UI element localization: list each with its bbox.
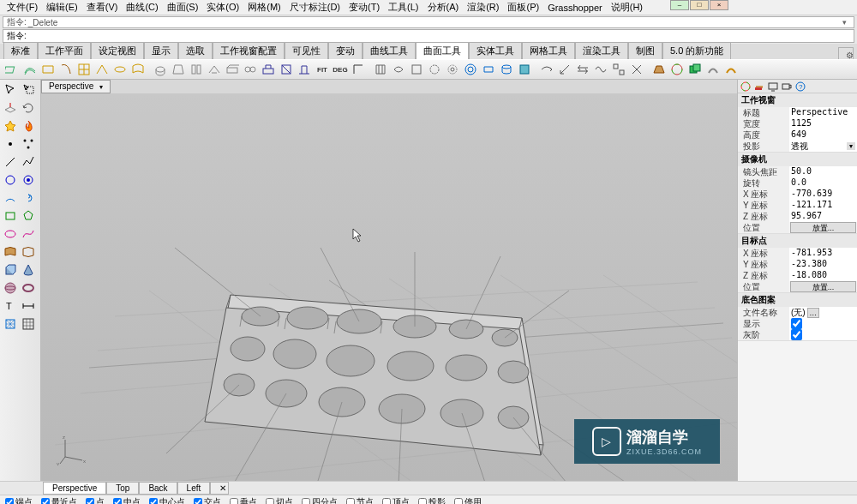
tool-cone-icon[interactable] (20, 261, 37, 279)
menu-render[interactable]: 渲染(R) (464, 0, 502, 15)
tool-lasso-icon[interactable] (20, 81, 37, 99)
snap-perp[interactable]: 垂点 (230, 496, 257, 505)
prop-height-value[interactable]: 649 (789, 129, 857, 141)
prop-tarpos-button[interactable]: 放置... (790, 281, 856, 292)
tool-select-icon[interactable] (2, 81, 19, 99)
srf-tool-6[interactable] (93, 61, 111, 78)
viewtab-back[interactable]: Back (139, 482, 177, 495)
viewtab-left[interactable]: Left (177, 482, 211, 495)
prop-show-checkbox[interactable] (789, 318, 857, 329)
srf-tool-13[interactable] (224, 61, 241, 78)
prop-tary-value[interactable]: -23.380 (789, 259, 857, 270)
tab-surfacetools[interactable]: 曲面工具 (416, 42, 469, 59)
tool-torus-icon[interactable] (20, 279, 37, 297)
tool-polygon-icon[interactable] (20, 207, 37, 225)
tab-viewport[interactable]: 工作视窗配置 (213, 42, 285, 59)
srf-tool-10[interactable] (170, 61, 187, 78)
tab-cplane[interactable]: 工作平面 (38, 42, 91, 59)
tab-solidtools[interactable]: 实体工具 (469, 42, 522, 59)
tab-newin5[interactable]: 5.0 的新功能 (662, 42, 731, 59)
srf-tool-3[interactable] (39, 61, 57, 78)
snap-disable[interactable]: 停用 (454, 496, 482, 505)
menu-dimension[interactable]: 尺寸标注(D) (286, 0, 344, 15)
tab-transform[interactable]: 变动 (328, 42, 363, 59)
tab-curvetools[interactable]: 曲线工具 (363, 42, 416, 59)
srf-tool-1[interactable] (3, 61, 21, 78)
tool-rect-icon[interactable] (2, 207, 19, 225)
srf-tool-27[interactable] (516, 61, 533, 78)
prop-gray-checkbox[interactable] (789, 329, 857, 340)
snap-endpoint[interactable]: 端点 (5, 496, 33, 505)
snap-int[interactable]: 交点 (194, 496, 221, 505)
srf-tool-16[interactable] (278, 61, 295, 78)
srf-tool-12[interactable] (206, 61, 223, 78)
viewport-perspective[interactable]: x y z ▷ 溜溜自学 ZIXUE.3D66.COM (41, 93, 737, 481)
srf-tool-14[interactable] (242, 61, 259, 78)
tool-text-icon[interactable]: T (2, 297, 19, 315)
menu-curve[interactable]: 曲线(C) (123, 0, 161, 15)
menu-grasshopper[interactable]: Grasshopper (544, 2, 606, 14)
tab-display[interactable]: 显示 (144, 42, 178, 59)
snap-quad[interactable]: 四分点 (302, 496, 338, 505)
menu-solid[interactable]: 实体(O) (203, 0, 243, 15)
tab-setview[interactable]: 设定视图 (91, 42, 144, 59)
srf-tool-2[interactable] (21, 61, 39, 78)
snap-project[interactable]: 投影 (418, 496, 446, 505)
tool-points-icon[interactable] (20, 135, 37, 153)
tool-ellipse-icon[interactable] (2, 225, 19, 243)
menu-mesh[interactable]: 网格(M) (244, 0, 285, 15)
srf-tool-33[interactable] (628, 61, 645, 78)
menu-surface[interactable]: 曲面(S) (164, 0, 202, 15)
menu-help[interactable]: 说明(H) (608, 0, 646, 15)
snap-point[interactable]: 点 (86, 496, 105, 505)
panel-icon-display[interactable] (767, 81, 779, 93)
tool-srf2-icon[interactable] (20, 243, 37, 261)
tool-arc-icon[interactable] (2, 189, 19, 207)
srf-tool-24[interactable] (462, 61, 479, 78)
tab-meshtools[interactable]: 网格工具 (522, 42, 575, 59)
prop-camx-value[interactable]: -770.639 (789, 189, 857, 200)
snap-center[interactable]: 中心点 (149, 496, 185, 505)
panel-icon-props[interactable] (740, 81, 752, 93)
history-dropdown-icon[interactable]: ▾ (838, 18, 850, 27)
tool-sphere-icon[interactable] (2, 279, 19, 297)
viewtab-add-button[interactable]: ✕ (210, 482, 229, 495)
srf-tool-fit[interactable]: FIT (314, 61, 331, 78)
prop-camy-value[interactable]: -121.171 (789, 200, 857, 211)
tab-select[interactable]: 选取 (178, 42, 213, 59)
snap-vertex[interactable]: 顶点 (382, 496, 410, 505)
prop-focal-value[interactable]: 50.0 (789, 166, 857, 177)
tool-polyline-icon[interactable] (20, 153, 37, 171)
srf-tool-32[interactable] (610, 61, 627, 78)
prop-camz-value[interactable]: 95.967 (789, 211, 857, 222)
ellipsis-button[interactable]: … (807, 308, 819, 318)
tool-circle-icon[interactable] (2, 171, 19, 189)
prop-rotation-value[interactable]: 0.0 (789, 177, 857, 189)
menu-analyze[interactable]: 分析(A) (424, 0, 463, 15)
tool-solid-icon[interactable] (2, 261, 19, 279)
prop-title-value[interactable]: Perspective (789, 107, 857, 118)
snap-mid[interactable]: 中点 (113, 496, 141, 505)
srf-tool-19[interactable] (372, 61, 389, 78)
tab-drafting[interactable]: 制图 (628, 42, 662, 59)
menu-file[interactable]: 文件(F) (3, 0, 41, 15)
tool-rotate-icon[interactable] (20, 99, 37, 117)
panel-icon-layers[interactable] (753, 81, 765, 93)
tool-point-icon[interactable] (2, 135, 19, 153)
srf-tool-5[interactable] (75, 61, 93, 78)
srf-tool-8[interactable] (129, 61, 147, 78)
tool-spiral-icon[interactable] (20, 189, 37, 207)
srf-tool-38[interactable] (722, 61, 740, 78)
tool-star-icon[interactable] (2, 117, 19, 135)
srf-tool-4[interactable] (57, 61, 75, 78)
tab-standard[interactable]: 标准 (3, 42, 38, 59)
srf-tool-28[interactable] (538, 61, 555, 78)
viewport-title-tab[interactable]: Perspective ▾ (41, 80, 111, 93)
minimize-button[interactable]: – (670, 0, 689, 10)
srf-tool-9[interactable] (152, 61, 169, 78)
tool-cplane-icon[interactable] (2, 99, 19, 117)
command-line[interactable]: 指令: (3, 29, 854, 43)
maximize-button[interactable]: □ (690, 0, 709, 10)
tool-mesh2-icon[interactable] (20, 315, 37, 333)
tab-visibility[interactable]: 可见性 (285, 42, 328, 59)
